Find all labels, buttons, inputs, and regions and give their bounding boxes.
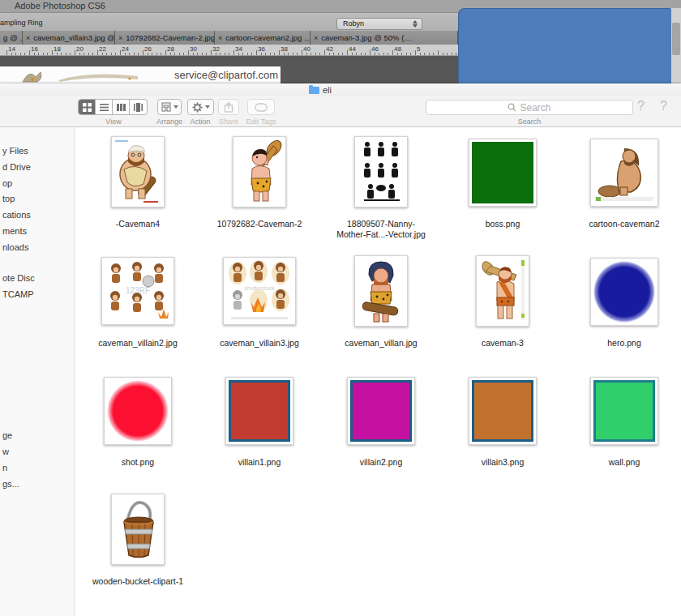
file-thumbnail[interactable] xyxy=(354,255,408,327)
tab-close-icon[interactable]: × xyxy=(118,34,122,42)
list-view-button[interactable] xyxy=(96,100,113,114)
ruler-number: 18 xyxy=(54,45,61,53)
ruler-tick xyxy=(66,53,66,55)
sidebar-item[interactable]: ments xyxy=(2,226,27,236)
ruler-tick xyxy=(270,53,271,55)
file-thumbnail[interactable]: shutterstock xyxy=(223,257,296,325)
ruler-tick xyxy=(15,53,16,55)
file-item[interactable]: shot.png xyxy=(77,373,199,492)
preset-dropdown[interactable]: Robyn xyxy=(336,18,422,30)
file-item[interactable]: wall.png xyxy=(563,373,681,492)
document-tab[interactable]: ×10792682-Caveman-2.jpg xyxy=(115,31,215,45)
ruler-tick xyxy=(206,53,207,55)
list-view-icon xyxy=(99,102,109,113)
tab-label: 10792682-Caveman-2.jpg xyxy=(126,33,215,42)
file-name: shot.png xyxy=(77,457,199,468)
file-name: -Caveman4 xyxy=(77,219,199,229)
file-thumbnail[interactable] xyxy=(111,136,165,207)
file-item[interactable]: villain1.png xyxy=(199,373,320,492)
arrange-button[interactable] xyxy=(157,99,182,115)
file-thumbnail[interactable] xyxy=(590,139,658,207)
document-tab[interactable]: ×caveman_villain3.jpg @ … xyxy=(23,31,115,45)
finder-toolbar: View Arrange Action Share Edit Tags S xyxy=(0,96,681,127)
file-item[interactable]: -Caveman4 xyxy=(77,135,199,254)
tab-close-icon[interactable]: × xyxy=(314,34,318,42)
ruler-tick xyxy=(24,53,25,55)
file-item[interactable]: wooden-bucket-clipart-1 xyxy=(77,492,199,611)
sidebar-item[interactable]: cations xyxy=(2,210,31,220)
file-thumbnail[interactable] xyxy=(469,377,537,445)
file-item[interactable]: villain2.png xyxy=(320,373,442,492)
ruler-number: 42 xyxy=(326,45,333,53)
file-name: caveman_villain3.jpg xyxy=(199,338,320,349)
sidebar-item[interactable]: TCAMP xyxy=(2,289,34,299)
file-item[interactable]: 18809507-Nanny- Mother-Fat...-Vector.jpg xyxy=(320,135,442,254)
file-item[interactable]: boss.png xyxy=(442,135,563,254)
file-item[interactable]: cartoon-caveman2 xyxy=(563,135,681,254)
file-name: villain1.png xyxy=(199,457,320,468)
tab-close-icon[interactable]: × xyxy=(218,34,222,42)
sidebar-item[interactable]: y Files xyxy=(2,146,28,156)
sidebar-tag-item[interactable]: gs... xyxy=(2,479,19,489)
file-item[interactable]: hero.png xyxy=(563,254,681,373)
file-item[interactable]: caveman-3 xyxy=(442,254,563,373)
file-thumbnail[interactable] xyxy=(111,494,165,565)
ruler-tick xyxy=(165,50,166,55)
sidebar-item[interactable]: op xyxy=(2,178,12,188)
sidebar-tag-item[interactable]: n xyxy=(2,463,7,473)
blue-window[interactable] xyxy=(458,8,671,83)
file-thumbnail[interactable] xyxy=(354,136,408,207)
document-tab[interactable]: g @ … xyxy=(0,31,23,45)
ruler-tick xyxy=(274,53,275,55)
sidebar-item[interactable]: top xyxy=(2,194,15,203)
document-tab[interactable]: ×cartoon-caveman2.jpg … xyxy=(215,31,311,45)
ruler-tick xyxy=(452,53,452,55)
help-icon[interactable]: ? xyxy=(660,99,667,113)
ruler-tick xyxy=(279,50,280,55)
file-item[interactable]: shutterstock caveman_villain3.jpg xyxy=(199,254,320,373)
ruler-tick xyxy=(365,53,366,55)
sidebar-tag-item[interactable]: w xyxy=(2,447,9,456)
finder-titlebar[interactable]: eli xyxy=(0,83,681,96)
svg-text:shutterstock: shutterstock xyxy=(244,285,275,291)
ruler-tick xyxy=(324,50,325,55)
sidebar-item[interactable]: d Drive xyxy=(2,162,31,172)
edit-tags-button[interactable] xyxy=(247,99,275,115)
file-thumbnail[interactable]: 123RF xyxy=(101,257,174,325)
file-name: 18809507-Nanny- Mother-Fat...-Vector.jpg xyxy=(320,219,442,240)
tab-close-icon[interactable]: × xyxy=(26,34,30,42)
file-thumbnail[interactable] xyxy=(225,377,293,445)
ruler-tick xyxy=(225,53,225,55)
file-thumbnail[interactable] xyxy=(590,377,658,445)
open-document-strip: service@clipartof.com xyxy=(0,66,281,83)
file-item[interactable]: 123RF caveman_villain2.jpg xyxy=(77,254,199,373)
file-item[interactable]: villain3.png xyxy=(442,373,563,492)
ruler-tick xyxy=(220,53,221,55)
ruler-tick xyxy=(352,53,353,55)
file-thumbnail[interactable] xyxy=(233,136,286,207)
search-input[interactable]: Search xyxy=(426,100,633,115)
file-thumbnail[interactable] xyxy=(476,255,529,327)
ruler-tick xyxy=(120,50,121,55)
icon-view-button[interactable] xyxy=(79,100,96,114)
share-button[interactable] xyxy=(218,99,239,115)
file-item[interactable]: caveman_villan.jpg xyxy=(320,254,442,373)
ruler-tick xyxy=(238,53,239,55)
file-item[interactable]: 10792682-Caveman-2 xyxy=(199,135,320,254)
column-view-button[interactable] xyxy=(113,100,130,114)
file-thumbnail[interactable] xyxy=(590,258,658,326)
ruler-tick xyxy=(256,50,257,55)
sidebar-item[interactable]: nloads xyxy=(2,242,28,252)
sidebar-item[interactable]: ote Disc xyxy=(2,273,35,283)
file-name: boss.png xyxy=(442,219,563,229)
file-name: villain3.png xyxy=(442,457,563,468)
sidebar-tag-item[interactable]: ge xyxy=(2,430,12,440)
file-thumbnail[interactable] xyxy=(104,377,172,445)
file-thumbnail[interactable] xyxy=(469,139,537,207)
file-thumbnail[interactable] xyxy=(347,377,415,445)
ruler-tick xyxy=(138,53,139,55)
coverflow-view-button[interactable] xyxy=(130,100,147,114)
document-tab[interactable]: ×caveman-3.jpg @ 50% (… xyxy=(311,31,458,45)
help-icon[interactable]: ? xyxy=(637,99,645,113)
action-button[interactable] xyxy=(187,99,214,115)
